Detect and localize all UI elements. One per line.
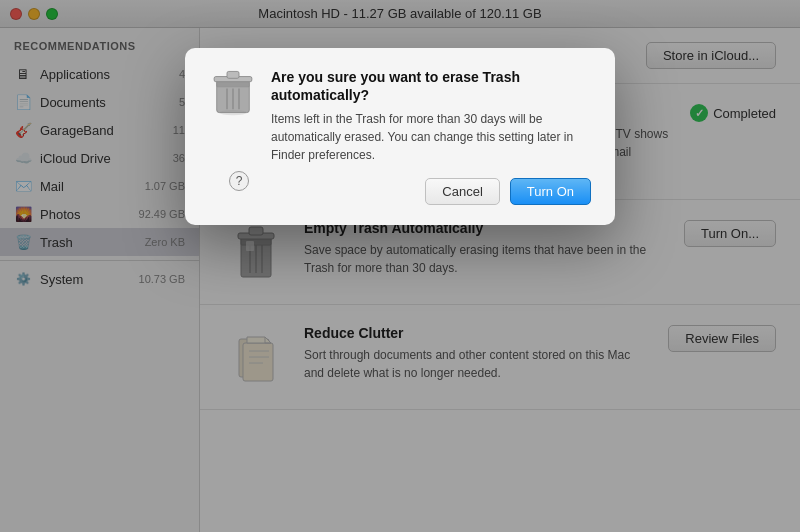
modal-header: Are you sure you want to erase Trash aut…	[209, 68, 591, 164]
modal-cancel-button[interactable]: Cancel	[425, 178, 499, 205]
modal-help-area: ?	[229, 171, 249, 191]
modal-title: Are you sure you want to erase Trash aut…	[271, 68, 591, 104]
svg-rect-23	[227, 71, 239, 78]
modal-footer: ? Cancel Turn On	[209, 178, 591, 205]
modal-trash-icon	[209, 68, 257, 116]
erase-trash-modal: Are you sure you want to erase Trash aut…	[185, 48, 615, 225]
modal-inner: Are you sure you want to erase Trash aut…	[209, 68, 591, 205]
svg-point-27	[219, 110, 246, 115]
modal-overlay: Are you sure you want to erase Trash aut…	[0, 0, 800, 532]
help-button[interactable]: ?	[229, 171, 249, 191]
modal-text-area: Are you sure you want to erase Trash aut…	[271, 68, 591, 164]
modal-desc: Items left in the Trash for more than 30…	[271, 110, 591, 164]
modal-confirm-button[interactable]: Turn On	[510, 178, 591, 205]
